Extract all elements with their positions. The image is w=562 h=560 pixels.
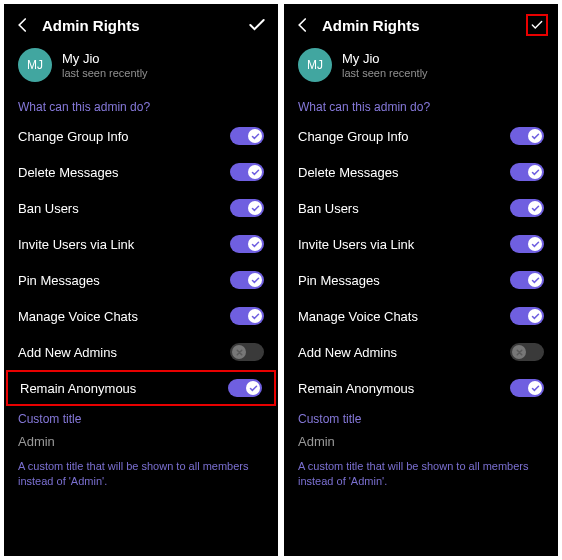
permission-row: Pin Messages [4, 262, 278, 298]
permission-label: Invite Users via Link [18, 237, 134, 252]
custom-title-label: Custom title [284, 406, 558, 430]
permission-toggle[interactable] [230, 127, 264, 145]
permission-row: Remain Anonymous [284, 370, 558, 406]
permission-toggle[interactable] [510, 235, 544, 253]
permissions-list: Change Group InfoDelete MessagesBan User… [284, 118, 558, 406]
permissions-header: What can this admin do? [284, 94, 558, 118]
left-screen: Admin Rights MJ My Jio last seen recentl… [4, 4, 278, 556]
page-title: Admin Rights [42, 17, 236, 34]
permission-toggle[interactable] [230, 235, 264, 253]
permission-toggle[interactable] [230, 163, 264, 181]
permission-label: Add New Admins [298, 345, 397, 360]
permission-label: Delete Messages [18, 165, 118, 180]
permission-row: Delete Messages [284, 154, 558, 190]
user-name: My Jio [62, 51, 148, 66]
permission-label: Pin Messages [18, 273, 100, 288]
header: Admin Rights [284, 4, 558, 42]
avatar: MJ [298, 48, 332, 82]
back-icon[interactable] [14, 16, 32, 34]
permissions-list: Change Group InfoDelete MessagesBan User… [4, 118, 278, 406]
permission-row: Add New Admins [284, 334, 558, 370]
permission-toggle[interactable] [230, 307, 264, 325]
permission-toggle[interactable] [510, 271, 544, 289]
permission-label: Ban Users [18, 201, 79, 216]
permission-row: Invite Users via Link [4, 226, 278, 262]
user-status: last seen recently [62, 67, 148, 79]
right-screen: Admin Rights MJ My Jio last seen recentl… [284, 4, 558, 556]
permissions-header: What can this admin do? [4, 94, 278, 118]
permission-toggle[interactable] [510, 127, 544, 145]
permission-toggle[interactable] [510, 199, 544, 217]
custom-title-input[interactable]: Admin [284, 430, 558, 451]
permission-row: Add New Admins [4, 334, 278, 370]
custom-title-input[interactable]: Admin [4, 430, 278, 451]
confirm-check-icon[interactable] [526, 14, 548, 36]
permission-label: Ban Users [298, 201, 359, 216]
permission-row: Remain Anonymous [6, 370, 276, 406]
confirm-check-icon[interactable] [246, 14, 268, 36]
permission-toggle[interactable] [510, 163, 544, 181]
permission-toggle[interactable] [230, 199, 264, 217]
permission-row: Pin Messages [284, 262, 558, 298]
permission-row: Ban Users [4, 190, 278, 226]
custom-title-label: Custom title [4, 406, 278, 430]
permission-label: Delete Messages [298, 165, 398, 180]
permission-row: Delete Messages [4, 154, 278, 190]
custom-title-helper: A custom title that will be shown to all… [284, 451, 558, 500]
permission-row: Change Group Info [284, 118, 558, 154]
permission-label: Manage Voice Chats [18, 309, 138, 324]
permission-row: Manage Voice Chats [4, 298, 278, 334]
permission-row: Invite Users via Link [284, 226, 558, 262]
permission-toggle[interactable] [230, 343, 264, 361]
permission-toggle[interactable] [228, 379, 262, 397]
permission-label: Change Group Info [298, 129, 409, 144]
avatar: MJ [18, 48, 52, 82]
custom-title-helper: A custom title that will be shown to all… [4, 451, 278, 500]
permission-row: Change Group Info [4, 118, 278, 154]
user-name: My Jio [342, 51, 428, 66]
permission-label: Remain Anonymous [20, 381, 136, 396]
user-row[interactable]: MJ My Jio last seen recently [4, 42, 278, 94]
permission-label: Remain Anonymous [298, 381, 414, 396]
permission-label: Add New Admins [18, 345, 117, 360]
permission-row: Manage Voice Chats [284, 298, 558, 334]
permission-toggle[interactable] [510, 343, 544, 361]
permission-toggle[interactable] [510, 307, 544, 325]
user-row[interactable]: MJ My Jio last seen recently [284, 42, 558, 94]
permission-toggle[interactable] [510, 379, 544, 397]
permission-label: Change Group Info [18, 129, 129, 144]
user-status: last seen recently [342, 67, 428, 79]
permission-label: Manage Voice Chats [298, 309, 418, 324]
permission-label: Invite Users via Link [298, 237, 414, 252]
header: Admin Rights [4, 4, 278, 42]
page-title: Admin Rights [322, 17, 516, 34]
permission-row: Ban Users [284, 190, 558, 226]
back-icon[interactable] [294, 16, 312, 34]
permission-label: Pin Messages [298, 273, 380, 288]
permission-toggle[interactable] [230, 271, 264, 289]
